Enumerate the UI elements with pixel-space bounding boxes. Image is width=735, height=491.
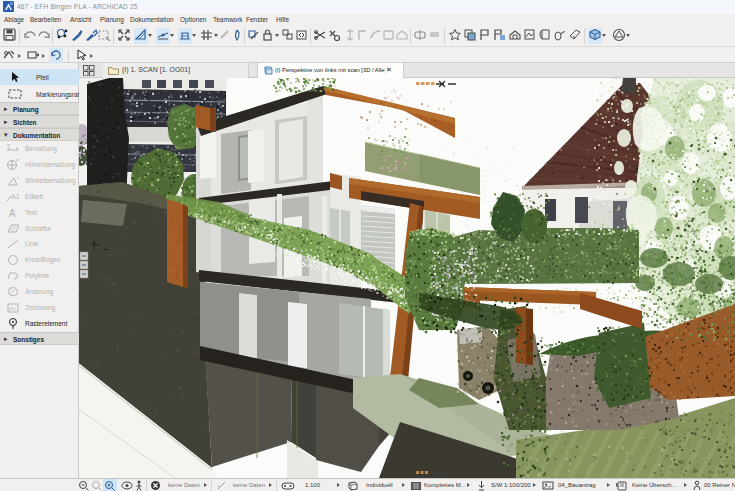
svg-text:A: A [9, 208, 16, 219]
svg-text:A1: A1 [11, 193, 20, 200]
